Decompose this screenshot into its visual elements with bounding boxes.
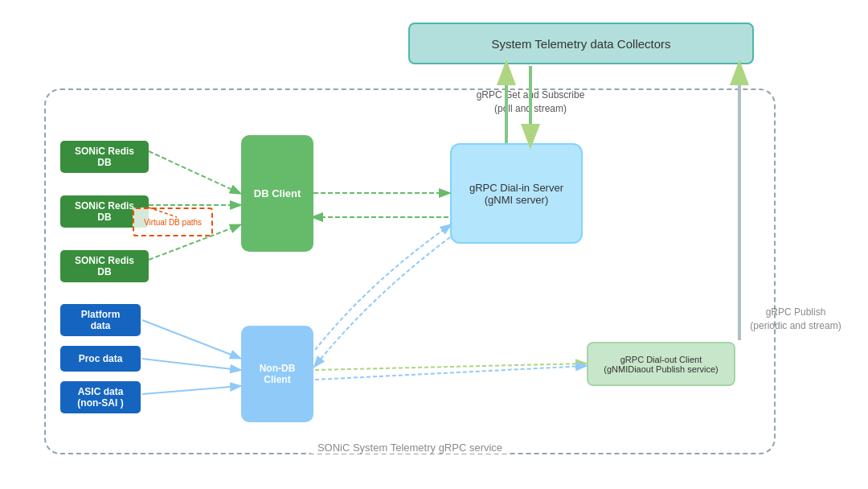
grpc-dialin-label: gRPC Dial-in Server(gNMI server) (469, 182, 563, 206)
collectors-box: System Telemetry data Collectors (408, 23, 754, 64)
diagram-container: System Telemetry data Collectors SONiC S… (0, 0, 868, 489)
platform-data-box: Platformdata (60, 304, 141, 336)
db-client-box: DB Client (241, 135, 313, 252)
main-border: SONiC System Telemetry gRPC service (44, 88, 776, 454)
asic-data-box: ASIC data(non-SAI ) (60, 381, 141, 413)
sonic-db-1: SONiC Redis DB (60, 141, 149, 173)
collectors-label: System Telemetry data Collectors (491, 37, 670, 51)
grpc-dialout-box: gRPC Dial-out Client(gNMIDiaout Publish … (587, 342, 735, 386)
proc-data-box: Proc data (60, 346, 141, 372)
grpc-publish-label: gRPC Publish (periodic and stream) (747, 306, 844, 333)
non-db-client-box: Non-DBClient (241, 326, 313, 422)
grpc-get-subscribe-label: gRPC Get and Subscribe (poll and stream) (474, 88, 587, 116)
sonic-db-3: SONiC Redis DB (60, 250, 149, 282)
virtual-db-box: Virtual DB paths (133, 208, 213, 236)
grpc-dialin-box: gRPC Dial-in Server(gNMI server) (450, 143, 583, 244)
main-border-label: SONiC System Telemetry gRPC service (311, 442, 509, 454)
